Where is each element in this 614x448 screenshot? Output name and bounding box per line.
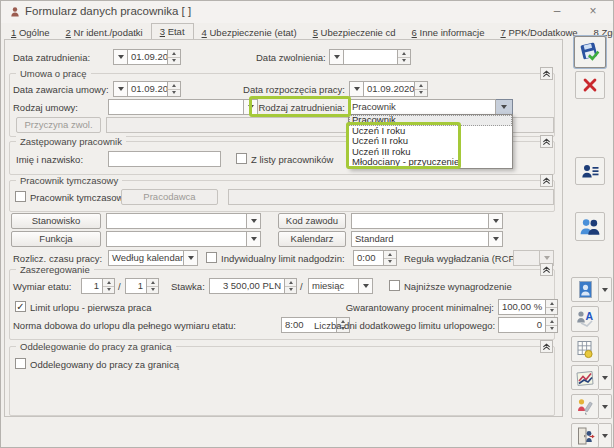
calendar-dropdown-icon[interactable] bbox=[329, 49, 343, 65]
employee-card-button[interactable] bbox=[575, 157, 605, 185]
kod-zawodu-button[interactable]: Kod zawodu bbox=[278, 213, 346, 229]
data-zwolnienia-label: Data zwolnienia: bbox=[256, 52, 326, 63]
rodzaj-zatrudnienia-value[interactable]: Pracownik bbox=[348, 99, 496, 115]
chevron-down-icon[interactable] bbox=[496, 99, 513, 115]
data-zawarcia-value[interactable]: 01.09.2020 bbox=[127, 81, 168, 97]
collapse-tymczasowy-button[interactable] bbox=[540, 174, 553, 187]
chevron-down-icon[interactable] bbox=[247, 213, 261, 229]
collapse-zastepowany-button[interactable] bbox=[540, 135, 553, 148]
rodzaj-umowy-value[interactable] bbox=[108, 99, 244, 115]
pracownik-tymczasowy-checkbox[interactable] bbox=[15, 191, 26, 202]
collapse-zaszeregowanie-button[interactable] bbox=[540, 263, 553, 276]
slash-separator: / bbox=[300, 281, 303, 292]
salary-chart-menu-arrow[interactable] bbox=[599, 365, 612, 390]
highlight-rodzaj-zatrudnienia-label bbox=[249, 96, 351, 117]
annotation-button[interactable]: A bbox=[571, 306, 599, 332]
pracodawca-field bbox=[228, 189, 554, 205]
collapse-oddelegowanie-button[interactable] bbox=[540, 340, 553, 353]
pracodawca-value[interactable] bbox=[228, 189, 554, 205]
stanowisko-combo bbox=[106, 213, 261, 229]
date-spinner[interactable] bbox=[398, 49, 411, 65]
okres-value[interactable]: miesiąc bbox=[308, 278, 359, 294]
stanowisko-button[interactable]: Stanowisko bbox=[11, 213, 101, 229]
line-chart-icon bbox=[575, 368, 595, 388]
wymiar-etatu-2-value[interactable]: 1 bbox=[125, 278, 147, 294]
kod-zawodu-value[interactable] bbox=[351, 213, 489, 229]
close-button[interactable]: × bbox=[581, 2, 605, 21]
chevron-down-icon[interactable] bbox=[247, 231, 261, 247]
tab-ubezpieczenie-etat[interactable]: 4 Ubezpieczenie (etat) bbox=[194, 25, 305, 39]
imie-nazwisko-value[interactable] bbox=[108, 151, 221, 167]
liczba-dni-value[interactable]: 0 bbox=[498, 317, 546, 333]
gwarantowany-value[interactable]: 100,00 % bbox=[498, 299, 546, 315]
tab-nr-ident[interactable]: 2 Nr ident./podatki bbox=[58, 25, 151, 39]
pracodawca-button[interactable]: Pracodawca bbox=[121, 189, 218, 205]
employee-photo-menu-arrow[interactable] bbox=[599, 277, 612, 302]
person-form-icon bbox=[10, 6, 22, 18]
chevron-down-icon[interactable] bbox=[359, 278, 373, 294]
kalendarz-button[interactable]: Kalendarz bbox=[278, 231, 346, 247]
data-zwolnienia-value[interactable] bbox=[343, 49, 398, 65]
employee-update-menu-arrow[interactable] bbox=[599, 394, 612, 419]
employees-list-button[interactable] bbox=[575, 212, 605, 241]
person-photo-icon bbox=[577, 280, 594, 299]
calendar-dropdown-icon[interactable] bbox=[349, 81, 363, 97]
work-plan-button[interactable] bbox=[571, 336, 599, 362]
group-tymczasowy-title: Pracownik tymczasowy bbox=[16, 175, 122, 186]
limit-nadgodzin-checkbox[interactable] bbox=[206, 252, 217, 263]
person-with-list-icon bbox=[580, 161, 600, 181]
tab-etat[interactable]: 3 Etat bbox=[151, 23, 194, 39]
stawka-value[interactable]: 3 500,00 PLN bbox=[209, 278, 285, 294]
przyczyna-zwolnienia-button[interactable]: Przyczyna zwol. bbox=[16, 117, 101, 133]
tab-strip: 1 Ogólne 2 Nr ident./podatki 3 Etat 4 Ub… bbox=[3, 23, 614, 39]
minimize-button[interactable]: – bbox=[545, 2, 569, 21]
employment-exit-menu-arrow[interactable] bbox=[599, 423, 612, 448]
number-spinner[interactable] bbox=[546, 317, 558, 333]
wymiar-etatu-1-value[interactable]: 1 bbox=[81, 278, 103, 294]
wymiar-etatu-label: Wymiar etatu: bbox=[13, 281, 72, 292]
funkcja-button[interactable]: Funkcja bbox=[11, 231, 101, 247]
rozliczenie-value[interactable]: Według kalendarza bbox=[108, 250, 184, 266]
save-button[interactable] bbox=[574, 36, 606, 68]
tab-ogolne[interactable]: 1 Ogólne bbox=[3, 25, 58, 39]
tab-ppk-dodatkowe[interactable]: 7 PPK/Dodatkowe bbox=[492, 25, 585, 39]
chevron-down-icon[interactable] bbox=[489, 213, 503, 229]
regula-rcp-label: Reguła wygładzania (RCP): bbox=[404, 253, 521, 264]
limit-nadgodzin-label: Indywidualny limit nadgodzin: bbox=[221, 253, 345, 264]
data-zawarcia-field: 01.09.2020 bbox=[113, 81, 181, 97]
data-zatrudnienia-value[interactable]: 01.09.2020 bbox=[127, 49, 168, 65]
date-spinner[interactable] bbox=[168, 49, 181, 65]
date-spinner[interactable] bbox=[168, 81, 181, 97]
data-rozpoczecia-field: 01.09.2020 bbox=[349, 81, 428, 97]
cancel-button[interactable] bbox=[575, 71, 605, 99]
najnizsze-wynagrodzenie-checkbox[interactable] bbox=[389, 280, 400, 291]
chevron-down-icon[interactable] bbox=[184, 250, 198, 266]
stanowisko-value[interactable] bbox=[106, 213, 247, 229]
z-listy-checkbox[interactable] bbox=[236, 153, 247, 164]
employee-update-button[interactable] bbox=[571, 394, 599, 419]
kalendarz-value[interactable]: Standard bbox=[351, 231, 489, 247]
salary-chart-button[interactable] bbox=[571, 365, 599, 390]
date-spinner[interactable] bbox=[415, 81, 428, 97]
number-spinner[interactable] bbox=[103, 278, 115, 294]
collapse-umowa-button[interactable] bbox=[540, 67, 553, 80]
calendar-dropdown-icon[interactable] bbox=[113, 81, 127, 97]
funkcja-value[interactable] bbox=[106, 231, 247, 247]
employment-exit-button[interactable] bbox=[571, 423, 599, 448]
limit-nadgodzin-value[interactable]: 0:00 bbox=[353, 250, 384, 266]
calendar-dropdown-icon[interactable] bbox=[113, 49, 127, 65]
time-spinner[interactable] bbox=[384, 250, 397, 266]
number-spinner[interactable] bbox=[546, 299, 558, 315]
regula-rcp-value[interactable] bbox=[513, 250, 540, 266]
svg-text:A: A bbox=[586, 310, 594, 322]
oddelegowany-checkbox[interactable] bbox=[15, 358, 26, 369]
employee-photo-button[interactable] bbox=[571, 277, 599, 302]
limit-urlopu-checkbox[interactable]: ✓ bbox=[15, 301, 26, 312]
two-people-icon bbox=[579, 216, 601, 238]
chevron-down-icon[interactable] bbox=[489, 231, 503, 247]
data-rozpoczecia-value[interactable]: 01.09.2020 bbox=[363, 81, 415, 97]
number-spinner[interactable] bbox=[285, 278, 297, 294]
tab-ubezpieczenie-cd[interactable]: 5 Ubezpieczenie cd bbox=[305, 25, 404, 39]
number-spinner[interactable] bbox=[147, 278, 159, 294]
tab-inne-informacje[interactable]: 6 Inne informacje bbox=[404, 25, 493, 39]
